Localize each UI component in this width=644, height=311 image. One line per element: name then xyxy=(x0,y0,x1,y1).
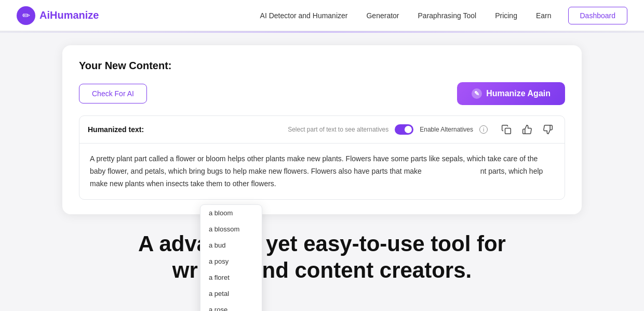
nav-link-paraphrasing[interactable]: Paraphrasing Tool xyxy=(418,11,477,20)
content-card: Your New Content: Check For AI ✎ Humaniz… xyxy=(62,45,582,214)
nav-links: AI Detector and Humanizer Generator Para… xyxy=(260,11,552,20)
dropdown-item-5[interactable]: a petal xyxy=(200,286,262,302)
copy-button[interactable] xyxy=(498,121,515,138)
dropdown-item-0[interactable]: a bloom xyxy=(200,205,262,221)
humanize-icon: ✎ xyxy=(472,88,482,99)
check-ai-button[interactable]: Check For AI xyxy=(79,84,147,103)
text-content: A pretty plant part called a flower or b… xyxy=(79,144,565,199)
card-actions: Check For AI ✎ Humanize Again xyxy=(79,82,565,105)
dropdown-item-6[interactable]: a rose xyxy=(200,302,262,311)
enable-alternatives-toggle[interactable] xyxy=(395,124,413,135)
dropdown-item-4[interactable]: a floret xyxy=(200,269,262,286)
logo-icon: ✏ xyxy=(17,6,35,25)
card-title: Your New Content: xyxy=(79,60,565,72)
dashboard-button[interactable]: Dashboard xyxy=(568,7,628,24)
dropdown-item-3[interactable]: a posy xyxy=(200,253,262,269)
text-section: Humanized text: Select part of text to s… xyxy=(79,115,565,200)
navbar: ✏ AiHumanize AI Detector and Humanizer G… xyxy=(0,0,644,31)
thumbup-button[interactable] xyxy=(519,121,535,138)
bottom-headline: A advanced yet easy-to-use tool for writ… xyxy=(62,214,582,283)
nav-link-ai-detector[interactable]: AI Detector and Humanizer xyxy=(260,11,348,20)
dropdown-item-1[interactable]: a blossom xyxy=(200,221,262,237)
humanize-again-button[interactable]: ✎ Humanize Again xyxy=(457,82,565,105)
toolbar-icons xyxy=(498,121,556,138)
alternatives-dropdown: a bloom a blossom a bud a posy a floret … xyxy=(200,204,262,311)
svg-rect-0 xyxy=(505,128,511,134)
info-icon[interactable]: i xyxy=(479,125,488,134)
logo-text: AiHumanize xyxy=(39,9,99,21)
logo: ✏ AiHumanize xyxy=(17,6,99,25)
humanized-text-label: Humanized text: xyxy=(88,125,144,134)
text-toolbar: Humanized text: Select part of text to s… xyxy=(79,116,565,144)
nav-link-generator[interactable]: Generator xyxy=(366,11,399,20)
main-content: Your New Content: Check For AI ✎ Humaniz… xyxy=(0,33,644,296)
nav-link-earn[interactable]: Earn xyxy=(536,11,552,20)
thumbdown-button[interactable] xyxy=(540,121,556,138)
alternatives-hint: Select part of text to see alternatives xyxy=(288,126,388,133)
nav-link-pricing[interactable]: Pricing xyxy=(495,11,517,20)
dropdown-item-2[interactable]: a bud xyxy=(200,237,262,253)
enable-alternatives-label: Enable Alternatives xyxy=(420,126,473,133)
